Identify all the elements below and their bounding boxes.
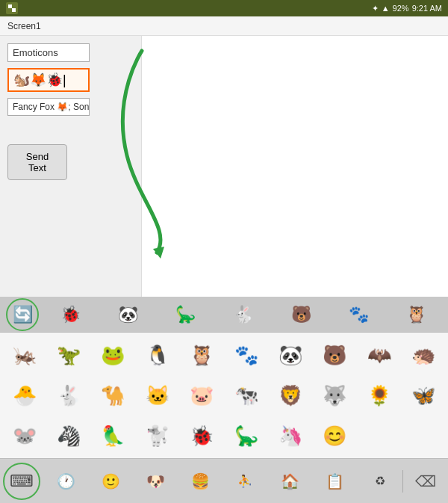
category-panda[interactable]: 🐼 (99, 297, 157, 333)
emoji-category-bar: 🔄 🐞 🐼 🦕 🐇 🐻 🐾 🦉 (0, 297, 448, 333)
bt-icon: ✦ (372, 4, 379, 13)
emoji-empty-1 (358, 416, 400, 455)
category-rabbit[interactable]: 🐇 (214, 297, 272, 333)
emoji-bat[interactable]: 🦇 (358, 336, 400, 374)
emoji-cat[interactable]: 🐱 (136, 376, 178, 415)
app-icon (6, 2, 18, 14)
fancy-fox-label: Fancy Fox 🦊; Son Flo (7, 98, 90, 116)
emoji-trex[interactable]: 🦖 (47, 336, 90, 374)
emoji-camel[interactable]: 🐪 (92, 376, 134, 415)
emoji-bear[interactable]: 🐻 (314, 336, 356, 374)
status-bar-left (6, 2, 18, 14)
emoji-wolf[interactable]: 🐺 (314, 376, 356, 415)
screen-bar: Screen1 (0, 16, 448, 36)
clipboard-icon: 📋 (326, 472, 344, 490)
activity-icon: ⛹ (237, 474, 252, 488)
status-bar: ✦ ▲ 92% 9:21 AM (0, 0, 448, 16)
category-dino[interactable]: 🦕 (157, 297, 214, 333)
emoji-hedgehog[interactable]: 🦔 (402, 336, 445, 374)
keyboard-area: 🔄 🐞 🐼 🦕 🐇 🐻 🐾 🦉 🦗 🦖 🐸 🐧 🦉 🐾 (0, 297, 448, 503)
battery-label: 92% (393, 4, 409, 13)
emoji-cricket[interactable]: 🦗 (3, 336, 46, 374)
house-icon: 🏠 (281, 472, 299, 490)
animal-face-icon: 🐶 (146, 472, 165, 490)
emoji-cow[interactable]: 🐄 (225, 376, 267, 415)
smiley-icon: 🙂 (102, 472, 120, 490)
recycle-icon: ♻ (375, 474, 385, 488)
emoji-zebra[interactable]: 🦓 (47, 416, 90, 455)
category-recents[interactable]: 🔄 (6, 298, 39, 331)
keyboard-toggle-icon: ⌨ (10, 472, 34, 491)
emoji-input[interactable]: 🐿️🦊🐞| (7, 68, 90, 92)
send-text-button[interactable]: Send Text (7, 144, 67, 180)
travel-button[interactable]: 🏠 (268, 459, 313, 504)
svg-marker-2 (153, 247, 164, 259)
emoji-pig[interactable]: 🐷 (181, 376, 223, 415)
animal-button[interactable]: 🐶 (133, 459, 178, 504)
emoji-penguin[interactable]: 🐧 (136, 336, 178, 374)
emoji-unicorn[interactable]: 🦄 (269, 416, 311, 455)
bear-icon: 🐻 (291, 305, 311, 324)
svg-rect-1 (12, 8, 16, 12)
panda-icon: 🐼 (118, 305, 138, 324)
wifi-icon: ▲ (382, 4, 390, 13)
emoji-grid: 🦗 🦖 🐸 🐧 🦉 🐾 🐼 🐻 🦇 🦔 🐣 🐇 🐪 🐱 🐷 🐄 🦁 🐺 🌻 🦋 … (0, 333, 448, 458)
bugs-icon: 🐞 (60, 305, 81, 324)
backspace-icon: ⌫ (415, 472, 436, 490)
emoji-sauropod[interactable]: 🦕 (225, 416, 267, 455)
clock-icon: 🕐 (57, 472, 75, 490)
food-icon: 🍔 (191, 472, 210, 490)
symbols-button[interactable]: ♻ (358, 459, 402, 504)
recent-emoji-button[interactable]: 🕐 (43, 459, 88, 504)
svg-rect-0 (8, 4, 12, 8)
food-button[interactable]: 🍔 (178, 459, 223, 504)
category-paw[interactable]: 🐾 (330, 297, 388, 333)
emoji-lion[interactable]: 🦁 (269, 376, 311, 415)
category-bear[interactable]: 🐻 (273, 297, 330, 333)
keyboard-bottom-bar: ⌨ 🕐 🙂 🐶 🍔 ⛹ 🏠 📋 ♻ ⌫ (0, 458, 448, 503)
owl-icon: 🦉 (406, 305, 426, 324)
activity-button[interactable]: ⛹ (223, 459, 267, 504)
emoji-butterfly[interactable]: 🦋 (402, 376, 445, 415)
emoji-ladybug[interactable]: 🐞 (181, 416, 223, 455)
category-bugs[interactable]: 🐞 (42, 297, 99, 333)
emoji-mouse[interactable]: 🐭 (3, 416, 46, 455)
dino-icon: 🦕 (175, 305, 196, 324)
rabbit-icon: 🐇 (233, 305, 253, 324)
objects-button[interactable]: 📋 (313, 459, 358, 504)
backspace-button[interactable]: ⌫ (403, 459, 448, 504)
recents-icon: 🔄 (13, 305, 33, 324)
emoji-frog[interactable]: 🐸 (92, 336, 134, 374)
emoji-empty-2 (402, 416, 445, 455)
emoji-parrot[interactable]: 🦜 (92, 416, 134, 455)
status-bar-right: ✦ ▲ 92% 9:21 AM (372, 4, 442, 13)
time-label: 9:21 AM (412, 4, 442, 13)
emoji-input-value: 🐿️🦊🐞| (13, 72, 66, 88)
emoji-hatching-chick[interactable]: 🐣 (3, 376, 46, 415)
emoji-paw[interactable]: 🐾 (225, 336, 267, 374)
emoji-panda[interactable]: 🐼 (269, 336, 311, 374)
emoji-poodle[interactable]: 🐩 (136, 416, 178, 455)
screen-label: Screen1 (7, 21, 41, 31)
emoji-smile[interactable]: 😊 (314, 416, 356, 455)
emoji-owl[interactable]: 🦉 (181, 336, 223, 374)
smiley-button[interactable]: 🙂 (88, 459, 133, 504)
emoji-sunflower[interactable]: 🌻 (358, 376, 400, 415)
emoticons-label: Emoticons (7, 43, 90, 62)
category-owl[interactable]: 🦉 (388, 297, 445, 333)
emoji-rabbit[interactable]: 🐇 (47, 376, 90, 415)
keyboard-toggle-button[interactable]: ⌨ (3, 463, 40, 500)
paw-icon: 🐾 (349, 305, 369, 324)
